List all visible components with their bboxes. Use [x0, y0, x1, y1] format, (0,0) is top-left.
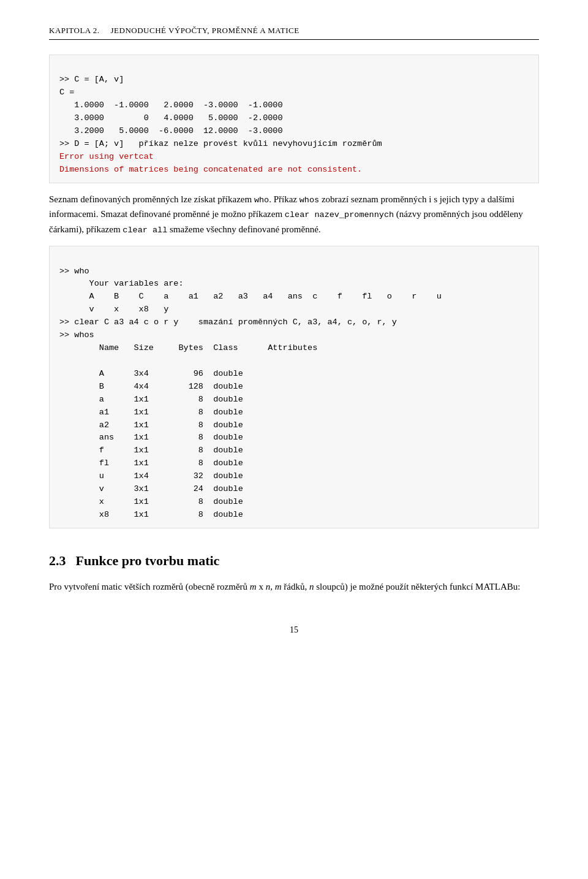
code-block-1: >> C = [A, v] C = 1.0000 -1.0000 2.0000 …	[49, 55, 539, 183]
chapter-number: KAPITOLA 2.	[49, 25, 100, 37]
cb2-line-u: u 1x4 32 double	[59, 471, 243, 481]
paragraph-2-x: x	[257, 582, 266, 592]
cb2-line-5: >> clear C a3 a4 c o r y smazání proměnn…	[59, 318, 397, 327]
chapter-header: KAPITOLA 2. JEDNODUCHÉ VÝPOČTY, PROMĚNNÉ…	[49, 25, 539, 40]
section-number: 2.3	[49, 550, 66, 571]
section-title: Funkce pro tvorbu matic	[76, 550, 220, 571]
paragraph-1-text-a: Seznam definovaných proměnných lze získa…	[49, 194, 254, 204]
code-line-5: 3.2000 5.0000 -6.0000 12.0000 -3.0000	[59, 126, 283, 135]
code-line-2: C =	[59, 88, 74, 97]
inline-m: m	[250, 582, 257, 592]
paragraph-1: Seznam definovaných proměnných lze získa…	[49, 192, 539, 237]
cb2-line-6: >> whos	[59, 330, 94, 340]
error-line-2: Dimensions of matrices being concatenate…	[59, 165, 362, 174]
page-number: 15	[290, 625, 298, 634]
paragraph-2-text-d: sloupců) je možné použít některých funkc…	[314, 582, 520, 592]
inline-clear-all: clear all	[123, 226, 167, 235]
paragraph-1-text-b: . Příkaz	[269, 194, 300, 204]
cb2-line-fl: fl 1x1 8 double	[59, 459, 243, 468]
cb2-line-f: f 1x1 8 double	[59, 446, 243, 455]
cb2-line-blank	[59, 356, 64, 365]
cb2-line-x8: x8 1x1 8 double	[59, 510, 243, 519]
inline-who: who	[254, 196, 269, 205]
cb2-line-a2: a2 1x1 8 double	[59, 420, 243, 430]
code-line-6: >> D = [A; v] příkaz nelze provést kvůli…	[59, 139, 382, 148]
paragraph-1-text-e: smažeme všechny definované proměnné.	[167, 224, 320, 234]
cb2-line-a: a 1x1 8 double	[59, 395, 243, 404]
code-line-4: 3.0000 0 4.0000 5.0000 -2.0000	[59, 113, 283, 123]
cb2-line-4: v x x8 y	[59, 305, 168, 314]
inline-clear-nazev: clear nazev_promennych	[285, 210, 394, 219]
cb2-line-ans: ans 1x1 8 double	[59, 433, 243, 442]
inline-whos: whos	[300, 196, 319, 205]
cb2-line-3: A B C a a1 a2 a3 a4 ans c f fl o r u	[59, 292, 442, 301]
error-line-1: Error using vertcat	[59, 152, 154, 161]
code-line-3: 1.0000 -1.0000 2.0000 -3.0000 -1.0000	[59, 101, 283, 110]
chapter-title: JEDNODUCHÉ VÝPOČTY, PROMĚNNÉ A MATICE	[111, 25, 300, 37]
cb2-line-A: A 3x4 96 double	[59, 369, 243, 378]
cb2-line-a1: a1 1x1 8 double	[59, 408, 243, 417]
code-block-2: >> who Your variables are: A B C a a1 a2…	[49, 246, 539, 528]
cb2-line-v: v 3x1 24 double	[59, 484, 243, 493]
cb2-line-2: Your variables are:	[59, 279, 184, 288]
paragraph-2-text-c: řádků,	[281, 582, 309, 592]
cb2-line-1: >> who	[59, 267, 89, 276]
inline-m2: m	[275, 582, 282, 592]
page-footer: 15	[49, 623, 539, 636]
paragraph-2-comma: ,	[270, 582, 275, 592]
section-2-3-header: 2.3 Funkce pro tvorbu matic	[49, 550, 539, 571]
cb2-line-7: Name Size Bytes Class Attributes	[59, 343, 317, 352]
cb2-line-B: B 4x4 128 double	[59, 382, 243, 391]
cb2-line-x: x 1x1 8 double	[59, 497, 243, 506]
code-line-1: >> C = [A, v]	[59, 75, 124, 84]
paragraph-2-text-a: Pro vytvoření matic větších rozměrů (obe…	[49, 582, 250, 592]
paragraph-2: Pro vytvoření matic větších rozměrů (obe…	[49, 579, 539, 594]
